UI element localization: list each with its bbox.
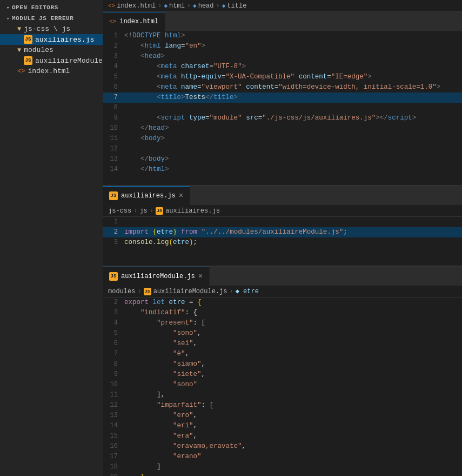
tag-icon: ◆: [222, 2, 226, 9]
breadcrumb-sep: ›: [158, 2, 162, 10]
chevron-down-icon: ▾: [6, 16, 10, 22]
code-line: 4 <meta charset="UTF-8">: [103, 62, 462, 72]
breadcrumb-item-head: ◆ head: [193, 2, 213, 10]
chevron-down-icon: ▾: [6, 5, 10, 11]
js-icon: JS: [109, 272, 118, 281]
code-line: 8: [103, 103, 462, 113]
code-line: 18 ]: [103, 462, 462, 472]
breadcrumb-sep: ›: [187, 2, 191, 10]
sidebar: ▾ OPEN EDITORS ▾ MODULE JS ERREUR ▼ js-c…: [0, 0, 103, 476]
code-line: 1: [103, 217, 462, 227]
sidebar-item-auxiliaires-js[interactable]: JS auxiliaires.js: [0, 34, 103, 45]
tab-auxiliaire-module-js[interactable]: JS auxiliaireModule.js ×: [103, 267, 210, 286]
code-line: 11 <body>: [103, 134, 462, 144]
html-icon: <>: [17, 68, 25, 75]
sidebar-item-js-css[interactable]: ▼ js-css \ js: [0, 24, 103, 34]
breadcrumb-sep: ›: [216, 2, 220, 10]
code-line: 9 <script type="module" src="./js-css/js…: [103, 113, 462, 123]
js-icon: JS: [109, 191, 118, 200]
open-editors-label: OPEN EDITORS: [12, 4, 58, 11]
close-icon[interactable]: ×: [198, 272, 203, 281]
tab-auxiliaires-js[interactable]: JS auxiliaires.js ×: [103, 186, 190, 205]
code-line: 4 "present": [: [103, 318, 462, 328]
tab-label: auxiliaires.js: [121, 192, 176, 200]
html-icon: <>: [109, 18, 116, 25]
tag-icon: ◆: [193, 2, 197, 9]
main-content: <> index.html › ◆ html › ◆ head › ◆ titl…: [103, 0, 462, 476]
tab-label: index.html: [119, 18, 158, 25]
code-line: 2 <html lang="en">: [103, 41, 462, 51]
bc-label: auxiliaireModule.js: [153, 288, 227, 295]
editor-breadcrumb-2: js-css › js › JS auxiliaires.js: [103, 205, 462, 217]
js-icon: JS: [144, 288, 151, 295]
folder-icon: ▼: [17, 25, 21, 33]
bc-label: js-css: [108, 207, 131, 215]
js-icon: JS: [24, 35, 32, 44]
code-line: 9 "siete",: [103, 369, 462, 380]
sidebar-item-label: auxiliaires.js: [35, 36, 94, 44]
code-line: 2 export let etre = {: [103, 298, 462, 308]
code-area-2[interactable]: 1 2 import {etre} from "../../modules/au…: [103, 217, 462, 266]
folder-icon: ▼: [17, 47, 21, 54]
editor-breadcrumb-3: modules › JS auxiliaireModule.js › ◆ etr…: [103, 286, 462, 298]
close-icon[interactable]: ×: [179, 191, 183, 200]
html-icon: <>: [108, 3, 115, 9]
editor-panel-2: JS auxiliaires.js × js-css › js › JS aux…: [103, 186, 462, 266]
js-icon: JS: [156, 207, 163, 215]
code-line: 13 "ero",: [103, 411, 462, 421]
tab-index-html[interactable]: <> index.html: [103, 12, 165, 31]
bc-label: js: [139, 207, 147, 215]
breadcrumb-title-label: title: [227, 2, 246, 10]
breadcrumb-item-title: ◆ title: [222, 2, 247, 10]
code-line: 3 <head>: [103, 51, 462, 62]
code-line: 7 "è",: [103, 349, 462, 359]
tab-bar-1: <> index.html: [103, 12, 462, 31]
sidebar-item-label: js-css \ js: [24, 25, 70, 33]
editor-panel-1: <> index.html 1 <!DOCTYPE html> 2 <html …: [103, 12, 462, 185]
js-icon: JS: [24, 56, 32, 65]
bc-label: ◆ etre: [236, 287, 259, 295]
tab-bar-2: JS auxiliaires.js ×: [103, 186, 462, 205]
code-line: 5 <meta http-equiv="X-UA-Compatible" con…: [103, 72, 462, 82]
code-line: 16 "eravamo,eravate",: [103, 441, 462, 452]
code-line-highlighted: 2 import {etre} from "../../modules/auxi…: [103, 227, 462, 237]
code-line: 11 ],: [103, 390, 462, 400]
code-line: 12: [103, 144, 462, 154]
sidebar-item-label: auxiliaireModule.js: [35, 57, 103, 65]
breadcrumb-item-html: ◆ html: [164, 2, 184, 10]
code-line: 1 <!DOCTYPE html>: [103, 31, 462, 41]
sidebar-item-label: index.html: [28, 67, 70, 75]
code-line-highlighted: 7 <title>Tests</title>: [103, 92, 462, 103]
open-editors-section[interactable]: ▾ OPEN EDITORS: [0, 2, 103, 13]
sidebar-item-modules[interactable]: ▼ modules: [0, 45, 103, 55]
bc-label: auxiliaires.js: [165, 207, 220, 215]
code-line: 13 </body>: [103, 154, 462, 164]
code-line: 14 </html>: [103, 164, 462, 175]
breadcrumb: <> index.html › ◆ html › ◆ head › ◆ titl…: [103, 0, 462, 12]
code-line: 8 "siamo",: [103, 359, 462, 369]
breadcrumb-file-label: index.html: [117, 2, 156, 10]
code-line: 19 }: [103, 472, 462, 476]
breadcrumb-head-label: head: [198, 2, 214, 10]
breadcrumb-html-label: html: [169, 2, 185, 10]
editor-panel-3: JS auxiliaireModule.js × modules › JS au…: [103, 267, 462, 476]
code-line: 3 console.log(etre);: [103, 237, 462, 248]
code-line: 10 </head>: [103, 123, 462, 134]
tab-label: auxiliaireModule.js: [121, 273, 195, 280]
code-line: 6 <meta name="viewport" content="width=d…: [103, 82, 462, 92]
sidebar-item-label: modules: [24, 46, 53, 54]
tag-icon: ◆: [164, 2, 168, 9]
module-js-erreur-section[interactable]: ▾ MODULE JS ERREUR: [0, 13, 103, 24]
sidebar-item-auxiliaire-module-js[interactable]: JS auxiliaireModule.js: [0, 55, 103, 66]
bc-label: modules: [108, 288, 135, 295]
module-js-erreur-label: MODULE JS ERREUR: [12, 15, 73, 22]
code-line: 12 "imparfait": [: [103, 400, 462, 411]
code-line: 15 "era",: [103, 431, 462, 441]
code-line: 3 "indicatif": {: [103, 308, 462, 318]
code-line: 17 "erano": [103, 452, 462, 462]
sidebar-item-index-html[interactable]: <> index.html: [0, 66, 103, 76]
code-area-1[interactable]: 1 <!DOCTYPE html> 2 <html lang="en"> 3 <…: [103, 31, 462, 185]
code-area-3[interactable]: 2 export let etre = { 3 "indicatif": { 4…: [103, 298, 462, 476]
code-line: 5 "sono",: [103, 328, 462, 339]
code-line: 6 "sei",: [103, 339, 462, 349]
